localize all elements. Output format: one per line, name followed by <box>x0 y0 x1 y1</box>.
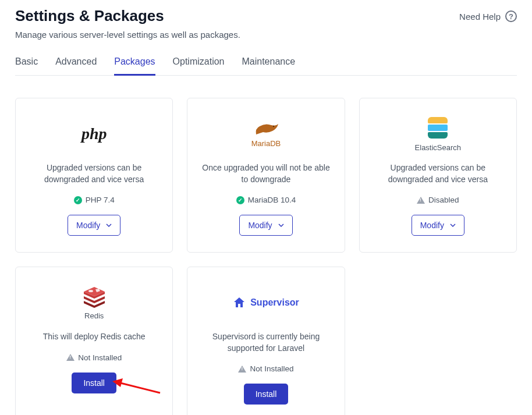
tab-optimization[interactable]: Optimization <box>173 56 225 76</box>
annotation-arrow-icon <box>108 374 166 396</box>
tab-maintenance[interactable]: Maintenance <box>242 56 295 76</box>
package-card-mariadb: MariaDB Once upgraded you will not be ab… <box>187 98 345 253</box>
install-button[interactable]: Install <box>72 373 116 393</box>
redis-icon: Redis <box>81 285 107 321</box>
mariadb-logo-icon <box>251 120 281 138</box>
package-description: Once upgraded you will not be able to do… <box>199 162 332 185</box>
package-card-php: php Upgraded versions can be downgraded … <box>15 98 173 253</box>
elasticsearch-logo-icon <box>426 116 449 140</box>
help-icon: ? <box>505 10 517 22</box>
install-button[interactable]: Install <box>244 384 289 405</box>
package-description: This will deploy Redis cache <box>43 331 146 343</box>
redis-logo-icon <box>81 286 107 309</box>
tabs: Basic Advanced Packages Optimization Mai… <box>15 56 517 76</box>
modify-label: Modify <box>76 221 100 230</box>
package-description: Supervisord is currently being supported… <box>199 331 332 354</box>
mariadb-logo-text: MariaDB <box>251 139 281 148</box>
warning-icon <box>66 354 75 361</box>
package-description: Upgraded versions can be downgraded and … <box>371 162 505 185</box>
redis-logo-text: Redis <box>84 311 104 320</box>
php-icon: php <box>81 116 107 152</box>
package-status: Disabled <box>417 196 459 204</box>
package-status: ✓ PHP 7.4 <box>74 196 115 204</box>
check-icon: ✓ <box>236 196 244 204</box>
package-card-redis: Redis This will deploy Redis cache Not I… <box>15 267 173 415</box>
tab-basic[interactable]: Basic <box>15 56 38 76</box>
elasticsearch-logo-text: ElasticSearch <box>415 143 461 152</box>
modify-button[interactable]: Modify <box>412 215 464 236</box>
page-subtitle: Manage various server-level settings as … <box>15 30 517 40</box>
home-icon <box>233 296 246 309</box>
chevron-down-icon <box>106 222 112 228</box>
status-text: PHP 7.4 <box>86 196 115 204</box>
check-icon: ✓ <box>74 196 82 204</box>
svg-point-0 <box>273 125 274 126</box>
package-status: Not Installed <box>238 364 293 373</box>
need-help-link[interactable]: Need Help ? <box>459 10 517 22</box>
tab-packages[interactable]: Packages <box>114 56 155 76</box>
supervisor-logo-text: Supervisor <box>250 297 299 308</box>
chevron-down-icon <box>450 222 456 228</box>
warning-icon <box>238 366 246 373</box>
php-logo-text: php <box>81 125 107 143</box>
page-title: Settings & Packages <box>15 7 164 25</box>
need-help-label: Need Help <box>459 12 501 22</box>
modify-label: Modify <box>248 221 272 230</box>
status-text: Not Installed <box>250 364 293 373</box>
status-text: MariaDB 10.4 <box>248 196 296 204</box>
package-card-elasticsearch: ElasticSearch Upgraded versions can be d… <box>359 98 517 253</box>
packages-grid: php Upgraded versions can be downgraded … <box>15 98 517 415</box>
modify-label: Modify <box>420 221 444 230</box>
status-text: Disabled <box>428 196 459 204</box>
package-card-supervisor: Supervisor Supervisord is currently bein… <box>187 267 345 415</box>
chevron-down-icon <box>278 222 284 228</box>
elasticsearch-icon: ElasticSearch <box>415 116 461 152</box>
supervisor-icon: Supervisor <box>233 285 299 321</box>
modify-button[interactable]: Modify <box>239 215 292 236</box>
warning-icon <box>417 197 425 204</box>
status-text: Not Installed <box>78 353 122 362</box>
package-status: Not Installed <box>66 353 122 362</box>
package-description: Upgraded versions can be downgraded and … <box>27 162 161 185</box>
modify-button[interactable]: Modify <box>68 215 120 236</box>
package-status: ✓ MariaDB 10.4 <box>236 196 296 204</box>
tab-advanced[interactable]: Advanced <box>55 56 97 76</box>
mariadb-icon: MariaDB <box>251 116 281 152</box>
svg-point-1 <box>88 290 93 292</box>
